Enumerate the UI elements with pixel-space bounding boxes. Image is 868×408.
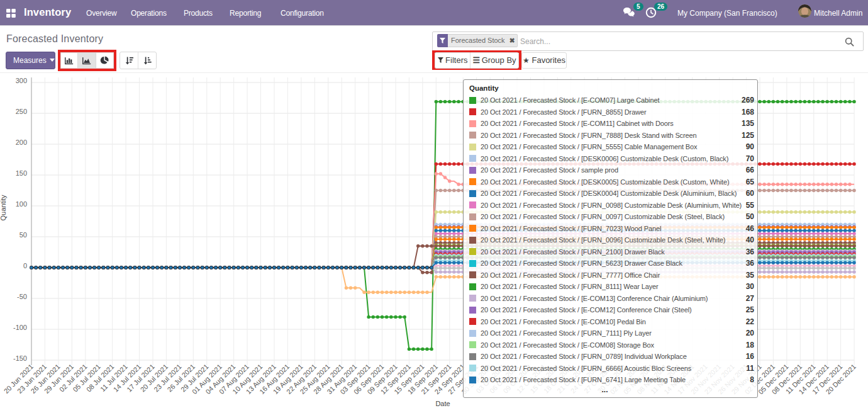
svg-text:-50: -50 (17, 293, 27, 300)
svg-text:250: 250 (16, 108, 27, 115)
svg-text:-150: -150 (13, 354, 27, 362)
svg-text:Date: Date (435, 400, 450, 407)
svg-text:-100: -100 (13, 324, 27, 331)
svg-text:200: 200 (16, 139, 27, 146)
svg-text:100: 100 (16, 200, 27, 208)
svg-text:300: 300 (16, 77, 27, 84)
svg-text:Quantity: Quantity (0, 195, 7, 220)
svg-text:150: 150 (16, 169, 27, 177)
svg-text:0: 0 (23, 262, 27, 269)
svg-text:50: 50 (19, 231, 27, 239)
